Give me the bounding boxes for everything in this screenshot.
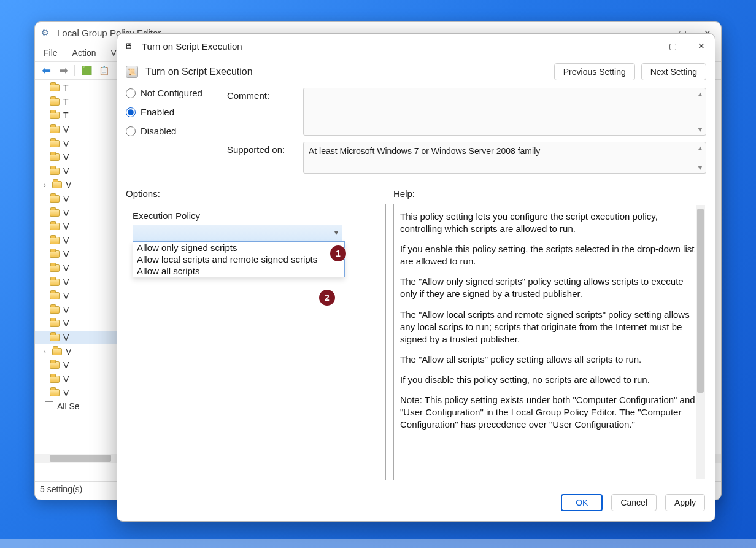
maximize-icon[interactable]: ▢ bbox=[669, 41, 677, 51]
state-section: Not Configured Enabled Disabled Comment:… bbox=[117, 88, 715, 186]
menu-action[interactable]: Action bbox=[72, 48, 96, 58]
policy-name: Turn on Script Execution bbox=[145, 66, 253, 77]
folder-icon bbox=[50, 320, 60, 327]
dialog-titlebar: Turn on Script Execution — ▢ ✕ bbox=[117, 34, 715, 58]
forward-icon[interactable]: ➡ bbox=[57, 64, 69, 77]
scroll-down-icon[interactable]: ▼ bbox=[696, 125, 704, 134]
view-icon[interactable]: 📋 bbox=[98, 64, 110, 77]
folder-icon bbox=[50, 98, 60, 106]
close-icon[interactable]: ✕ bbox=[698, 41, 705, 51]
folder-icon bbox=[50, 334, 60, 341]
folder-icon bbox=[52, 348, 62, 355]
menu-file[interactable]: File bbox=[44, 48, 58, 58]
policy-icon bbox=[125, 41, 136, 52]
scroll-up-icon[interactable]: ▲ bbox=[696, 90, 704, 98]
radio-not-configured[interactable]: Not Configured bbox=[126, 88, 202, 98]
dialog-footer: OK Cancel Apply bbox=[117, 485, 715, 521]
folder-icon bbox=[50, 112, 60, 119]
help-panel: This policy setting lets you configure t… bbox=[393, 204, 706, 480]
minimize-icon[interactable]: — bbox=[639, 41, 648, 51]
folder-icon bbox=[50, 264, 60, 272]
apply-button[interactable]: Apply bbox=[665, 494, 705, 511]
back-icon[interactable]: ⬅ bbox=[40, 64, 52, 77]
folder-icon bbox=[50, 292, 60, 299]
folder-icon bbox=[50, 279, 60, 286]
dropdown-option-all[interactable]: Allow all scripts bbox=[133, 265, 344, 277]
folder-icon bbox=[50, 153, 60, 161]
dropdown-option-signed[interactable]: Allow only signed scripts bbox=[133, 242, 344, 253]
folder-icon bbox=[50, 195, 60, 203]
folder-icon bbox=[50, 237, 60, 244]
next-setting-button[interactable]: Next Setting bbox=[641, 63, 706, 80]
folder-icon bbox=[50, 84, 60, 91]
doc-icon bbox=[45, 401, 53, 411]
help-label: Help: bbox=[393, 188, 706, 199]
folder-icon bbox=[50, 223, 60, 230]
radio-disabled[interactable]: Disabled bbox=[126, 126, 202, 136]
dropdown-option-local-remote[interactable]: Allow local scripts and remote signed sc… bbox=[133, 253, 344, 265]
folder-icon bbox=[50, 140, 60, 147]
scroll-up-icon[interactable]: ▲ bbox=[696, 144, 704, 152]
folder-icon bbox=[50, 361, 60, 369]
folder-icon bbox=[50, 389, 60, 396]
options-label: Options: bbox=[126, 188, 386, 199]
comment-textbox[interactable]: ▲ ▼ bbox=[303, 88, 706, 136]
help-text: This policy setting lets you configure t… bbox=[400, 210, 700, 431]
execution-policy-combo[interactable] bbox=[133, 225, 342, 243]
cancel-button[interactable]: Cancel bbox=[611, 494, 657, 511]
dialog-header: 📜 Turn on Script Execution Previous Sett… bbox=[117, 58, 715, 88]
expand-icon[interactable]: › bbox=[41, 181, 48, 188]
options-panel: Execution Policy Allow only signed scrip… bbox=[126, 204, 386, 480]
folder-icon bbox=[50, 250, 60, 258]
supported-label: Supported on: bbox=[227, 142, 295, 155]
folder-icon bbox=[50, 126, 60, 133]
execution-policy-label: Execution Policy bbox=[133, 210, 379, 221]
folder-icon bbox=[50, 168, 60, 175]
all-settings[interactable]: All Se bbox=[57, 401, 80, 411]
folder-icon bbox=[50, 376, 60, 383]
folder-icon bbox=[50, 209, 60, 217]
scroll-down-icon[interactable]: ▼ bbox=[696, 163, 704, 172]
dialog-title: Turn on Script Execution bbox=[142, 41, 242, 52]
policy-dialog: Turn on Script Execution — ▢ ✕ 📜 Turn on… bbox=[117, 33, 716, 522]
folder-icon bbox=[50, 306, 60, 314]
gpedit-icon bbox=[41, 28, 52, 39]
ok-button[interactable]: OK bbox=[561, 494, 603, 511]
vertical-scrollbar[interactable] bbox=[696, 205, 705, 479]
radio-enabled[interactable]: Enabled bbox=[126, 107, 202, 117]
supported-textbox: At least Microsoft Windows 7 or Windows … bbox=[303, 142, 706, 174]
scroll-icon: 📜 bbox=[126, 66, 138, 78]
folder-icon bbox=[52, 181, 62, 188]
annotation-callout-1: 1 bbox=[330, 245, 346, 261]
taskbar bbox=[0, 539, 756, 548]
comment-label: Comment: bbox=[227, 88, 295, 101]
expand-icon[interactable]: › bbox=[41, 348, 48, 355]
execution-policy-dropdown: Allow only signed scripts Allow local sc… bbox=[133, 241, 345, 277]
refresh-icon[interactable]: 🟩 bbox=[80, 64, 93, 77]
previous-setting-button[interactable]: Previous Setting bbox=[554, 63, 635, 80]
annotation-callout-2: 2 bbox=[319, 290, 335, 306]
